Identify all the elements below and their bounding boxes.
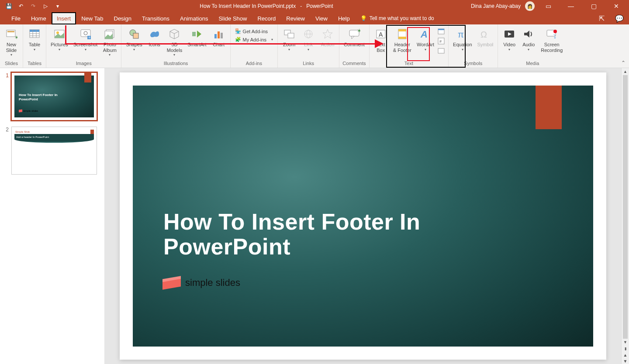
screen-recording-button[interactable]: ⤵ Screen Recording bbox=[539, 26, 564, 54]
svg-rect-25 bbox=[221, 33, 223, 38]
scroll-up-button[interactable]: ▲ bbox=[622, 68, 629, 75]
slide-title-text[interactable]: How To Insert Footer In PowerPoint bbox=[163, 209, 420, 259]
text-box-label: Text Box bbox=[377, 42, 385, 53]
smartart-button[interactable]: SmartArt bbox=[186, 26, 208, 48]
action-label: Action bbox=[321, 42, 335, 48]
my-addins-button[interactable]: 🧩My Add-ins ▾ bbox=[233, 36, 275, 43]
vertical-scrollbar[interactable]: ▲ ▼ ⬍ ▲ ▼ bbox=[621, 68, 629, 364]
scroll-down-button[interactable]: ▼ bbox=[622, 339, 629, 346]
group-tables: Table▾ Tables bbox=[23, 24, 46, 68]
slide-thumbnail-pane[interactable]: 1 How To Insert Footer In PowerPoint sim… bbox=[0, 68, 105, 364]
action-button: Action bbox=[319, 26, 336, 48]
tab-file[interactable]: File bbox=[6, 12, 26, 24]
tab-transitions[interactable]: Transitions bbox=[137, 12, 175, 24]
tab-view[interactable]: View bbox=[310, 12, 333, 24]
table-icon bbox=[28, 27, 41, 41]
prev-slide-button[interactable]: ⬍ bbox=[622, 346, 629, 352]
maximize-button[interactable]: ▢ bbox=[584, 0, 603, 12]
link-button: Link▾ bbox=[300, 26, 317, 52]
svg-text:✶: ✶ bbox=[14, 34, 17, 40]
comments-pane-button[interactable]: 💬 bbox=[610, 12, 629, 24]
shapes-button[interactable]: Shapes▾ bbox=[124, 26, 144, 52]
slide-editor[interactable]: How To Insert Footer In PowerPoint simpl… bbox=[105, 68, 621, 364]
text-box-button[interactable]: A Text Box bbox=[372, 26, 390, 54]
tab-record[interactable]: Record bbox=[252, 12, 281, 24]
undo-button[interactable]: ↶ bbox=[17, 2, 25, 10]
3d-models-button[interactable]: 3D Models▾ bbox=[165, 26, 184, 58]
close-button[interactable]: ✕ bbox=[607, 0, 626, 12]
save-button[interactable]: 💾 bbox=[4, 2, 13, 10]
ribbon-tabs: File Home Insert New Tab Design Transiti… bbox=[0, 12, 629, 24]
tab-design[interactable]: Design bbox=[109, 12, 137, 24]
thumb-row-1: 1 How To Insert Footer In PowerPoint sim… bbox=[3, 72, 101, 120]
group-addins-label: Add-ins bbox=[233, 60, 275, 68]
table-button[interactable]: Table▾ bbox=[26, 26, 43, 52]
tab-home[interactable]: Home bbox=[26, 12, 52, 24]
slide-thumbnail-1[interactable]: How To Insert Footer In PowerPoint simpl… bbox=[11, 72, 97, 120]
screen-recording-label: Screen Recording bbox=[541, 42, 563, 53]
screenshot-button[interactable]: + Screenshot▾ bbox=[72, 26, 100, 52]
equation-icon: π bbox=[456, 27, 470, 41]
svg-text:π: π bbox=[458, 30, 464, 39]
scroll-track[interactable] bbox=[623, 75, 628, 339]
equation-button[interactable]: π Equation▾ bbox=[451, 26, 473, 52]
minimize-button[interactable]: — bbox=[562, 0, 580, 12]
tab-slide-show[interactable]: Slide Show bbox=[213, 12, 252, 24]
comment-label: Comment bbox=[344, 42, 365, 48]
video-button[interactable]: Video▾ bbox=[501, 26, 518, 52]
get-addins-button[interactable]: 🏪Get Add-ins bbox=[233, 28, 275, 34]
slide-canvas: How To Insert Footer In PowerPoint simpl… bbox=[120, 72, 606, 360]
group-illustrations: Shapes▾ Icons 3D Models▾ SmartArt Chart … bbox=[121, 24, 230, 68]
group-symbols-label: Symbols bbox=[451, 60, 495, 68]
shapes-icon bbox=[127, 27, 141, 41]
slide-1[interactable]: How To Insert Footer In PowerPoint simpl… bbox=[133, 86, 593, 347]
group-text-label: Text bbox=[372, 60, 446, 68]
photo-album-button[interactable]: Photo Album▾ bbox=[101, 26, 118, 58]
redo-button[interactable]: ↷ bbox=[29, 2, 38, 10]
tab-new-tab[interactable]: New Tab bbox=[76, 12, 108, 24]
share-button[interactable]: ⇱ bbox=[594, 12, 610, 24]
icons-icon bbox=[148, 27, 162, 41]
header-footer-button[interactable]: Header & Footer bbox=[391, 26, 413, 54]
slide-thumbnail-2[interactable]: Simple Slide Add a header In PowerPoint bbox=[11, 127, 97, 175]
tab-insert[interactable]: Insert bbox=[52, 12, 76, 24]
shapes-label: Shapes bbox=[126, 42, 142, 48]
logo-text: simple slides bbox=[185, 277, 240, 288]
svg-text:A: A bbox=[420, 29, 428, 40]
qat-customize-button[interactable]: ▾ bbox=[53, 2, 62, 10]
prev-nav-button[interactable]: ▲ bbox=[622, 352, 629, 358]
ribbon-display-button[interactable]: ▭ bbox=[539, 0, 557, 12]
svg-rect-4 bbox=[30, 30, 39, 32]
screen-recording-icon: ⤵ bbox=[545, 27, 559, 41]
tab-review[interactable]: Review bbox=[281, 12, 310, 24]
tab-animations[interactable]: Animations bbox=[175, 12, 213, 24]
date-time-button[interactable] bbox=[438, 28, 446, 36]
window-title: How To Insert Header In PowerPoint.pptx … bbox=[62, 3, 471, 9]
tell-me-search[interactable]: 💡 Tell me what you want to do bbox=[360, 12, 434, 24]
tab-help[interactable]: Help bbox=[333, 12, 355, 24]
new-slide-button[interactable]: ✶ New Slide▾ bbox=[3, 26, 20, 58]
collapse-ribbon-button[interactable]: ⌃ bbox=[621, 60, 626, 66]
new-slide-icon: ✶ bbox=[4, 27, 18, 41]
icons-button[interactable]: Icons bbox=[146, 26, 163, 48]
link-icon bbox=[301, 27, 315, 41]
thumb1-logo: simple slides bbox=[19, 110, 38, 112]
next-nav-button[interactable]: ▼ bbox=[622, 358, 629, 364]
slide-number-button[interactable]: # bbox=[438, 38, 446, 45]
comment-button[interactable]: ✶ Comment bbox=[342, 26, 366, 48]
wordart-button[interactable]: A WordArt▾ bbox=[415, 26, 436, 52]
object-button[interactable] bbox=[438, 47, 446, 55]
svg-marker-33 bbox=[352, 36, 354, 39]
zoom-button[interactable]: Zoom▾ bbox=[280, 26, 298, 52]
svg-rect-23 bbox=[214, 34, 217, 38]
svg-rect-1 bbox=[7, 31, 14, 32]
user-avatar[interactable]: 👩 bbox=[525, 1, 535, 11]
audio-button[interactable]: Audio▾ bbox=[520, 26, 537, 52]
workspace: 1 How To Insert Footer In PowerPoint sim… bbox=[0, 68, 629, 364]
header-footer-label: Header & Footer bbox=[393, 42, 411, 53]
tell-me-label: Tell me what you want to do bbox=[370, 15, 434, 21]
start-from-beginning-button[interactable]: ▷ bbox=[41, 2, 50, 10]
chart-button[interactable]: Chart bbox=[210, 26, 228, 48]
svg-marker-50 bbox=[524, 31, 529, 38]
pictures-button[interactable]: Pictures▾ bbox=[49, 26, 70, 52]
